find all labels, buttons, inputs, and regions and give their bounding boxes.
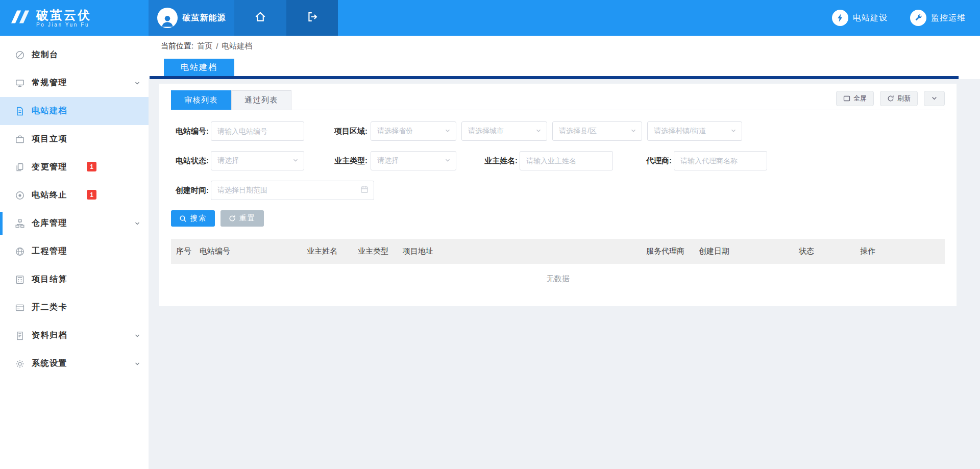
town-placeholder: 请选择村镇/街道 — [654, 127, 706, 136]
col-station-no: 电站编号 — [194, 239, 302, 264]
sidebar-item-project-settlement[interactable]: 项目结算 — [0, 265, 149, 293]
logout-button[interactable] — [286, 0, 338, 36]
logo-title: 破茧云伏 — [36, 8, 91, 22]
content-area: 审核列表 通过列表 全屏 — [149, 79, 980, 469]
sidebar-item-data-archive[interactable]: 资料归档 — [0, 322, 149, 350]
logout-icon — [306, 11, 318, 25]
results-table: 序号 电站编号 业主姓名 业主类型 项目地址 服务代理商 创建日期 状态 操作 — [171, 239, 945, 264]
main-area: 当前位置: 首页 / 电站建档 电站建档 审核列表 通过列表 — [149, 36, 980, 469]
empty-state: 无数据 — [171, 264, 945, 293]
page-tab-strip: 电站建档 — [149, 56, 980, 76]
sidebar-item-change-mgmt[interactable]: 变更管理 1 — [0, 153, 149, 181]
refresh-icon — [887, 95, 894, 102]
fullscreen-label: 全屏 — [853, 94, 867, 103]
collapse-filters-button[interactable] — [924, 91, 945, 106]
created-time-label: 创建时间: — [171, 186, 209, 195]
breadcrumb-current: 电站建档 — [222, 41, 252, 51]
badge-count: 1 — [87, 162, 96, 171]
app-root: 破茧云伏 Po Jian Yun Fu 破茧新能源 — [0, 0, 980, 469]
avatar — [157, 8, 178, 28]
sidebar-item-station-termination[interactable]: 电站终止 1 — [0, 181, 149, 209]
sidebar-item-label: 系统设置 — [32, 358, 67, 369]
owner-type-placeholder: 请选择 — [377, 156, 399, 165]
sidebar-item-label: 常规管理 — [32, 78, 67, 88]
lightning-icon — [832, 10, 848, 26]
town-select[interactable]: 请选择村镇/街道 — [647, 121, 742, 141]
home-button[interactable] — [234, 0, 286, 36]
filter-row-2: 电站状态: 请选择 业主类型: 请选择 业主姓名: — [171, 151, 945, 170]
breadcrumb-separator: / — [216, 42, 218, 51]
owner-type-label: 业主类型: — [329, 156, 368, 166]
fullscreen-icon — [843, 95, 850, 102]
reset-button[interactable]: 重置 — [220, 210, 264, 227]
owner-name-input[interactable] — [520, 151, 613, 170]
province-select[interactable]: 请选择省份 — [371, 121, 456, 141]
document-icon — [15, 106, 25, 116]
sidebar-item-label: 电站终止 — [32, 190, 67, 201]
sidebar-item-label: 电站建档 — [32, 106, 67, 116]
chevron-down-icon — [630, 127, 636, 136]
sidebar: 控制台 常规管理 电站建档 项 — [0, 36, 149, 469]
archive-icon — [15, 331, 25, 341]
panel-toolbar: 全屏 刷新 — [836, 91, 945, 106]
sidebar-item-station-archive[interactable]: 电站建档 — [0, 97, 149, 125]
filter-row-3: 创建时间: 请选择日期范围 — [171, 181, 945, 200]
breadcrumb-home[interactable]: 首页 — [197, 41, 212, 51]
sidebar-item-system-settings[interactable]: 系统设置 — [0, 350, 149, 378]
search-button[interactable]: 搜索 — [171, 210, 215, 227]
tab-passed-list[interactable]: 通过列表 — [231, 90, 291, 110]
agent-input[interactable] — [674, 151, 767, 170]
tab-review-list[interactable]: 审核列表 — [171, 90, 231, 110]
sidebar-item-label: 项目结算 — [32, 274, 67, 285]
date-range-picker[interactable]: 请选择日期范围 — [211, 181, 374, 200]
active-indicator — [0, 212, 3, 235]
brand-logo: 破茧云伏 Po Jian Yun Fu — [0, 0, 149, 36]
module-label: 监控运维 — [931, 13, 966, 23]
body-row: 控制台 常规管理 电站建档 项 — [0, 36, 980, 469]
region-label: 项目区域: — [329, 127, 368, 136]
col-service-agent: 服务代理商 — [641, 239, 694, 264]
sidebar-item-label: 工程管理 — [32, 246, 67, 257]
station-no-input[interactable] — [211, 121, 304, 141]
station-status-select[interactable]: 请选择 — [211, 151, 304, 170]
page-tab-station-archive[interactable]: 电站建档 — [164, 59, 234, 76]
col-index: 序号 — [171, 239, 194, 264]
module-label: 电站建设 — [853, 13, 888, 23]
county-select[interactable]: 请选择县/区 — [552, 121, 642, 141]
refresh-button[interactable]: 刷新 — [880, 91, 918, 106]
top-header: 破茧云伏 Po Jian Yun Fu 破茧新能源 — [0, 0, 980, 36]
sidebar-item-console[interactable]: 控制台 — [0, 41, 149, 69]
sitemap-icon — [15, 218, 25, 229]
sidebar-item-project-initiation[interactable]: 项目立项 — [0, 125, 149, 153]
chevron-down-icon — [292, 156, 299, 165]
user-company-tile[interactable]: 破茧新能源 — [149, 0, 234, 36]
col-created-date: 创建日期 — [694, 239, 794, 264]
chevron-down-icon — [134, 80, 140, 86]
filter-actions: 搜索 重置 — [171, 210, 945, 227]
gear-icon — [15, 359, 25, 369]
sidebar-item-label: 仓库管理 — [32, 218, 67, 229]
wrench-icon — [910, 10, 926, 26]
sidebar-item-warehouse-mgmt[interactable]: 仓库管理 — [0, 209, 149, 237]
briefcase-icon — [15, 134, 25, 144]
module-station-construction[interactable]: 电站建设 — [832, 10, 888, 26]
sidebar-item-label: 资料归档 — [32, 330, 67, 341]
owner-type-select[interactable]: 请选择 — [371, 151, 456, 170]
agent-label: 代理商: — [637, 156, 672, 166]
sidebar-item-engineering-mgmt[interactable]: 工程管理 — [0, 237, 149, 265]
sidebar-item-label: 开二类卡 — [32, 302, 67, 313]
breadcrumb-prefix: 当前位置: — [161, 41, 193, 51]
sidebar-item-general-mgmt[interactable]: 常规管理 — [0, 69, 149, 97]
col-actions: 操作 — [855, 239, 945, 264]
sidebar-item-type2-card[interactable]: 开二类卡 — [0, 293, 149, 322]
card-icon — [15, 303, 25, 313]
logo-subtitle: Po Jian Yun Fu — [36, 22, 91, 28]
city-select[interactable]: 请选择城市 — [461, 121, 547, 141]
fullscreen-button[interactable]: 全屏 — [836, 91, 874, 106]
col-status: 状态 — [794, 239, 855, 264]
company-name: 破茧新能源 — [183, 13, 226, 23]
reset-icon — [229, 215, 236, 222]
search-icon — [179, 215, 187, 223]
chevron-down-icon — [445, 127, 451, 136]
module-monitoring-ops[interactable]: 监控运维 — [910, 10, 966, 26]
